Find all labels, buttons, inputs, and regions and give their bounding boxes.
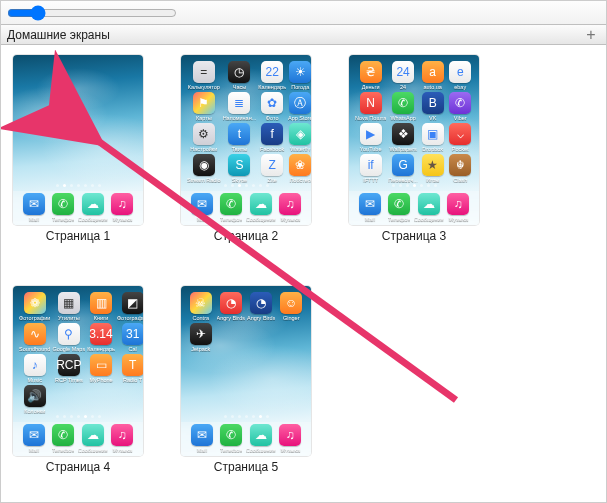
- app-icon[interactable]: ♫Музыка: [279, 424, 301, 453]
- app-icon[interactable]: ₴Деньги: [355, 61, 386, 90]
- app-icon[interactable]: RCPRCP Times: [52, 354, 85, 383]
- app-icon[interactable]: ◷Часы: [223, 61, 257, 90]
- app-icon[interactable]: 22Календарь: [258, 61, 286, 90]
- app-icon[interactable]: ☁Сообщения: [78, 193, 108, 222]
- app-icon-glyph: ✈: [190, 323, 212, 345]
- app-icon[interactable]: ✆Телефон: [388, 193, 411, 222]
- app-icon-glyph: G: [392, 154, 414, 176]
- app-icon[interactable]: tТвиты: [223, 123, 257, 152]
- app-icon[interactable]: 3.14Календарь: [87, 323, 115, 352]
- app-icon[interactable]: ✈Jetpack: [187, 323, 215, 352]
- app-icon[interactable]: ☁Сообщения: [78, 424, 108, 453]
- app-icon[interactable]: fFacebook: [258, 123, 286, 152]
- page-item[interactable]: ✉Mail✆Телефон☁Сообщения♫МузыкаСтраница 1: [13, 55, 143, 262]
- dock: ✉Mail✆Телефон☁Сообщения♫Музыка: [349, 191, 479, 225]
- app-label: Ginger: [277, 315, 305, 321]
- page-item[interactable]: ☠Contra◔Angry Birds◔Angry Birds☺Ginger✈J…: [181, 286, 311, 493]
- app-icon[interactable]: ☠Contra: [187, 292, 215, 321]
- page-dots: [181, 415, 311, 418]
- app-icon[interactable]: ≣Напоминан...: [223, 92, 257, 121]
- app-icon[interactable]: ▣Dropbox: [420, 123, 446, 152]
- app-icon[interactable]: ♫Музыка: [279, 193, 301, 222]
- app-icon[interactable]: ▥Книги: [87, 292, 115, 321]
- app-icon[interactable]: ☁Сообщения: [246, 424, 276, 453]
- app-label: Radio T: [117, 377, 143, 383]
- app-icon[interactable]: ◔Angry Birds: [217, 292, 245, 321]
- app-icon[interactable]: ◔Angry Birds: [247, 292, 275, 321]
- app-label: Skype: [223, 177, 257, 183]
- app-icon[interactable]: ☁Сообщения: [246, 193, 276, 222]
- app-icon[interactable]: ♫Музыка: [111, 193, 133, 222]
- app-icon[interactable]: ❁Фотографии: [19, 292, 50, 321]
- app-icon[interactable]: ✆WhatsApp: [388, 92, 418, 121]
- app-icon[interactable]: ♫Музыка: [447, 193, 469, 222]
- app-icon[interactable]: ▭MyPhone: [87, 354, 115, 383]
- app-icon[interactable]: TRadio T: [117, 354, 143, 383]
- app-label: Mail: [23, 447, 45, 453]
- app-icon-glyph: 3.14: [90, 323, 112, 345]
- app-icon-glyph: ▦: [58, 292, 80, 314]
- zoom-slider[interactable]: [7, 5, 177, 21]
- app-icon-glyph: ☀: [289, 61, 311, 83]
- app-icon[interactable]: ✉Mail: [191, 193, 213, 222]
- app-icon[interactable]: ✉Mail: [23, 193, 45, 222]
- page-label: Страница 5: [181, 460, 311, 474]
- app-icon[interactable]: ✆Телефон: [220, 193, 243, 222]
- app-icon[interactable]: 🔊Колонки: [19, 385, 50, 414]
- app-icon[interactable]: aauto.ua: [420, 61, 446, 90]
- app-icon[interactable]: ▦Утилиты: [52, 292, 85, 321]
- app-icon[interactable]: ⒶApp Store: [288, 92, 311, 121]
- app-icon[interactable]: =Калькулятор: [187, 61, 221, 90]
- page-item[interactable]: =Калькулятор◷Часы22Календарь☀Погода⚑Карт…: [181, 55, 311, 262]
- app-icon[interactable]: ❖Wallpapers: [388, 123, 418, 152]
- app-label: Лобстер: [288, 177, 311, 183]
- app-icon[interactable]: ☁Сообщения: [414, 193, 444, 222]
- app-icon[interactable]: ☬Clash: [447, 154, 473, 183]
- app-icon[interactable]: ✆Телефон: [52, 424, 75, 453]
- app-icon[interactable]: ВVK: [420, 92, 446, 121]
- app-icon[interactable]: ⌵Pocket: [447, 123, 473, 152]
- app-icon[interactable]: ✉Mail: [359, 193, 381, 222]
- app-icon[interactable]: ∿Soundhound: [19, 323, 50, 352]
- app-icon-glyph: ✆: [449, 92, 471, 114]
- app-icon[interactable]: ✆Телефон: [52, 193, 75, 222]
- app-icon-glyph: N: [360, 92, 382, 114]
- app-label: Contra: [187, 315, 215, 321]
- app-icon[interactable]: ifIFTTT: [355, 154, 386, 183]
- app-icon[interactable]: ▶YouTube: [355, 123, 386, 152]
- app-icon[interactable]: ✉Mail: [191, 424, 213, 453]
- page-item[interactable]: ₴Деньги2424aauto.uaeebayNNova Пошта✆What…: [349, 55, 479, 262]
- app-icon[interactable]: ❀Лобстер: [288, 154, 311, 183]
- app-icon-glyph: ♫: [111, 193, 133, 215]
- app-icon[interactable]: GПереводч...: [388, 154, 418, 183]
- page-dots: [349, 184, 479, 187]
- app-icon[interactable]: ⚑Карты: [187, 92, 221, 121]
- app-icon[interactable]: ◩Фотографии: [117, 292, 143, 321]
- app-icon[interactable]: 31Cal: [117, 323, 143, 352]
- add-page-button[interactable]: +: [582, 26, 600, 44]
- app-icon[interactable]: ✿Фото: [258, 92, 286, 121]
- app-icon[interactable]: eebay: [447, 61, 473, 90]
- app-icon[interactable]: ☀Погода: [288, 61, 311, 90]
- app-icon[interactable]: ♪Music: [19, 354, 50, 383]
- app-icon[interactable]: ✆Телефон: [220, 424, 243, 453]
- page-label: Страница 3: [349, 229, 479, 243]
- app-icon[interactable]: ✆Viber: [447, 92, 473, 121]
- app-icon-glyph: ⚲: [58, 323, 80, 345]
- app-icon[interactable]: ⚙Настройки: [187, 123, 221, 152]
- app-icon[interactable]: ☺Ginger: [277, 292, 305, 321]
- app-icon[interactable]: NNova Пошта: [355, 92, 386, 121]
- app-icon[interactable]: ◉Stream Radio: [187, 154, 221, 183]
- app-label: Фото: [258, 115, 286, 121]
- app-icon[interactable]: ♫Музыка: [111, 424, 133, 453]
- app-icon[interactable]: ◈Waterfly: [288, 123, 311, 152]
- app-label: Stream Radio: [187, 177, 221, 183]
- app-icon[interactable]: ZZite: [258, 154, 286, 183]
- page-item[interactable]: ❁Фотографии▦Утилиты▥Книги◩Фотографии∿Sou…: [13, 286, 143, 493]
- app-icon[interactable]: ★Игры: [420, 154, 446, 183]
- app-icon[interactable]: ⚲Google Maps: [52, 323, 85, 352]
- app-icon-glyph: ♪: [24, 354, 46, 376]
- app-icon[interactable]: 2424: [388, 61, 418, 90]
- app-icon[interactable]: SSkype: [223, 154, 257, 183]
- app-icon[interactable]: ✉Mail: [23, 424, 45, 453]
